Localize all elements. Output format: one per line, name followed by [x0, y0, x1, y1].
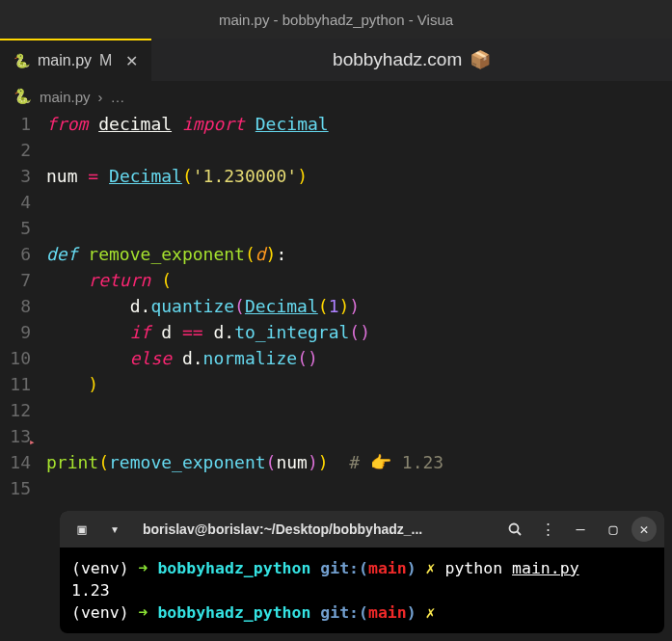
line-number: 6	[0, 241, 31, 267]
maximize-icon[interactable]: ▢	[599, 515, 628, 544]
tab-modified-indicator: M	[99, 52, 112, 69]
terminal-panel: ▣ ▾ borislav@borislav:~/Desktop/bobbyhad…	[60, 511, 664, 633]
line-number: 12	[0, 397, 31, 423]
close-icon[interactable]: ✕	[632, 517, 657, 542]
line-number: 10	[0, 345, 31, 371]
line-number: 11	[0, 371, 31, 397]
code-line	[46, 475, 672, 501]
python-file-icon: 🐍	[13, 53, 30, 68]
line-number: 4	[0, 189, 31, 215]
code-line: return (	[46, 267, 672, 293]
line-number: 8	[0, 293, 31, 319]
new-tab-button[interactable]: ▣	[67, 515, 96, 544]
line-number: 13	[0, 423, 31, 449]
terminal-body[interactable]: (venv) ➜ bobbyhadz_python git:(main) ✗ p…	[60, 548, 664, 633]
tab-main-py[interactable]: 🐍 main.py M ✕	[0, 39, 151, 81]
tab-filename: main.py	[38, 52, 92, 69]
code-line: ▸	[46, 423, 672, 449]
code-line: from decimal import Decimal	[46, 111, 672, 137]
cube-icon: 📦	[470, 49, 491, 70]
terminal-line: (venv) ➜ bobbyhadz_python git:(main) ✗	[71, 601, 653, 624]
line-number: 5	[0, 215, 31, 241]
terminal-titlebar: ▣ ▾ borislav@borislav:~/Desktop/bobbyhad…	[60, 511, 664, 548]
minimize-icon[interactable]: —	[566, 515, 595, 544]
breadcrumb[interactable]: 🐍 main.py › …	[0, 82, 672, 111]
fold-indicator-icon[interactable]: ▸	[29, 429, 36, 455]
window-title: main.py - bobbyhadz_python - Visua	[219, 12, 453, 28]
annotation-text: bobbyhadz.com	[333, 49, 462, 70]
close-icon[interactable]: ✕	[120, 52, 138, 70]
title-bar: main.py - bobbyhadz_python - Visua	[0, 0, 672, 39]
code-line: if d == d.to_integral()	[46, 319, 672, 345]
breadcrumb-file: main.py	[40, 89, 91, 105]
menu-icon[interactable]: ⋮	[533, 515, 562, 544]
line-number: 1	[0, 111, 31, 137]
line-number: 9	[0, 319, 31, 345]
code-line: num = Decimal('1.230000')	[46, 163, 672, 189]
terminal-line: 1.23	[71, 579, 653, 601]
line-number: 14	[0, 449, 31, 475]
line-number: 2	[0, 137, 31, 163]
line-number: 3	[0, 163, 31, 189]
annotation-overlay: bobbyhadz.com 📦	[151, 39, 672, 81]
dropdown-icon[interactable]: ▾	[100, 515, 129, 544]
code-area[interactable]: from decimal import Decimal num = Decima…	[39, 111, 672, 501]
editor[interactable]: 1 2 3 4 5 6 7 8 9 10 11 12 13 14 15 from…	[0, 111, 672, 501]
code-line	[46, 137, 672, 163]
svg-line-1	[518, 531, 522, 535]
code-line: d.quantize(Decimal(1))	[46, 293, 672, 319]
breadcrumb-rest: …	[111, 89, 125, 105]
code-line	[46, 397, 672, 423]
terminal-title: borislav@borislav:~/Desktop/bobbyhadz_..…	[133, 521, 497, 537]
code-line: )	[46, 371, 672, 397]
line-number: 7	[0, 267, 31, 293]
code-line: else d.normalize()	[46, 345, 672, 371]
line-number: 15	[0, 475, 31, 501]
svg-point-0	[510, 523, 519, 532]
code-line	[46, 215, 672, 241]
breadcrumb-separator: ›	[98, 89, 103, 105]
code-line: def remove_exponent(d):	[46, 241, 672, 267]
python-file-icon: 🐍	[13, 88, 32, 105]
code-line	[46, 189, 672, 215]
code-line: print(remove_exponent(num)) # 👉️ 1.23	[46, 449, 672, 475]
search-icon[interactable]	[500, 515, 529, 544]
tab-bar: 🐍 main.py M ✕ bobbyhadz.com 📦	[0, 39, 672, 82]
terminal-line: (venv) ➜ bobbyhadz_python git:(main) ✗ p…	[71, 557, 653, 579]
